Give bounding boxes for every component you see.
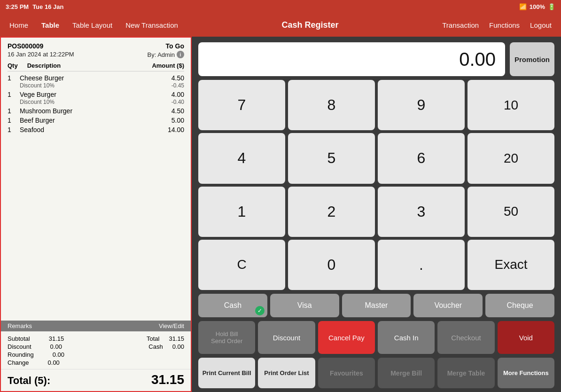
list-item: 1 Seafood 14.00: [8, 126, 184, 133]
list-item: 1 Cheese Burger 4.50 Discount 10% -0.45: [8, 74, 184, 89]
list-item: 1 Vege Burger 4.00 Discount 10% -0.40: [8, 91, 184, 105]
master-payment-button[interactable]: Master: [342, 294, 411, 317]
nav-logout[interactable]: Logout: [530, 21, 552, 29]
nav-functions[interactable]: Functions: [489, 21, 520, 29]
display-value: 0.00: [459, 49, 496, 70]
num-4-button[interactable]: 4: [198, 133, 285, 183]
num-2-button[interactable]: 2: [288, 187, 375, 237]
num-10-button[interactable]: 10: [468, 80, 554, 130]
discount-value: 0.00: [50, 343, 62, 350]
col-desc: Description: [27, 62, 152, 69]
receipt-by: By: Admin: [147, 51, 175, 58]
remarks-label: Remarks: [8, 322, 32, 329]
num-8-button[interactable]: 8: [288, 80, 375, 130]
receipt-date: 16 Jan 2024 at 12:22PM: [8, 51, 74, 58]
rounding-label: Rounding: [8, 351, 34, 358]
num-0-button[interactable]: 0: [288, 240, 375, 290]
nav-transaction[interactable]: Transaction: [442, 21, 479, 29]
exact-button[interactable]: Exact: [468, 240, 554, 290]
hold-bill-send-order-button[interactable]: Hold Bill Send Order: [198, 321, 255, 354]
grand-total-label: Total (5):: [8, 375, 50, 387]
nav-table-layout[interactable]: Table Layout: [72, 21, 112, 29]
visa-payment-button[interactable]: Visa: [270, 294, 339, 317]
num-3-button[interactable]: 3: [378, 187, 465, 237]
more-functions-button[interactable]: More Functions: [498, 358, 554, 388]
nav-home[interactable]: Home: [9, 21, 28, 29]
cash-selected-badge: ✓: [255, 306, 265, 315]
battery-icon: 🔋: [548, 3, 555, 10]
cheque-payment-button[interactable]: Cheque: [485, 294, 554, 317]
status-date: Tue 16 Jan: [32, 3, 63, 10]
main-content: POS000009 To Go 16 Jan 2024 at 12:22PM B…: [0, 37, 561, 392]
subtotal-value: 31.15: [49, 335, 64, 342]
col-amount: Amount ($): [152, 62, 184, 69]
change-value: 0.00: [48, 359, 60, 366]
nav-table[interactable]: Table: [41, 21, 59, 29]
list-item: 1 Mushroom Burger 4.50: [8, 107, 184, 115]
change-label: Change: [8, 359, 29, 366]
grand-total: Total (5): 31.15: [1, 369, 191, 391]
voucher-payment-button[interactable]: Voucher: [413, 294, 483, 317]
display-row: 0.00 Promotion: [198, 42, 554, 76]
num-5-button[interactable]: 5: [288, 133, 375, 183]
payment-methods-row: Cash ✓ Visa Master Voucher Cheque: [198, 294, 554, 317]
total-label: Total: [147, 335, 159, 342]
wifi-icon: 📶: [519, 3, 527, 10]
nav-new-transaction[interactable]: New Transaction: [125, 21, 178, 29]
actions-row: Hold Bill Send Order Discount Cancel Pay…: [198, 321, 554, 354]
favourites-button[interactable]: Favourites: [318, 358, 375, 388]
subtotal-label: Subtotal: [8, 335, 30, 342]
pos-id: POS000009: [8, 42, 43, 50]
num-50-button[interactable]: 50: [468, 187, 554, 237]
list-item: 1 Beef Burger 5.00: [8, 117, 184, 124]
receipt-column-header: Qty Description Amount ($): [8, 62, 184, 71]
nav-bar: Home Table Table Layout New Transaction …: [0, 13, 561, 37]
discount-label: Discount: [8, 343, 31, 350]
info-icon[interactable]: i: [177, 51, 184, 58]
amount-display: 0.00: [198, 42, 505, 76]
discount-button[interactable]: Discount: [258, 321, 315, 354]
col-qty: Qty: [8, 62, 18, 69]
keypad-panel: 0.00 Promotion 7 8 9 10 4 5 6 20 1 2 3 5…: [192, 37, 561, 392]
total-value: 31.15: [169, 335, 184, 342]
receipt-panel: POS000009 To Go 16 Jan 2024 at 12:22PM B…: [0, 37, 192, 392]
battery-label: 100%: [530, 3, 545, 10]
num-7-button[interactable]: 7: [198, 80, 285, 130]
num-6-button[interactable]: 6: [378, 133, 465, 183]
status-time: 3:25 PM: [6, 3, 29, 10]
bottom-row: Print Current Bill Print Order List Favo…: [198, 358, 554, 388]
decimal-button[interactable]: .: [378, 240, 465, 290]
merge-table-button[interactable]: Merge Table: [437, 358, 494, 388]
num-1-button[interactable]: 1: [198, 187, 285, 237]
checkout-button[interactable]: Checkout: [437, 321, 494, 354]
status-bar: 3:25 PM Tue 16 Jan 📶 100% 🔋: [0, 0, 561, 13]
cash-in-button[interactable]: Cash In: [378, 321, 435, 354]
receipt-footer-bar: Remarks View/Edit: [1, 321, 191, 331]
print-order-list-button[interactable]: Print Order List: [258, 358, 315, 388]
numpad: 7 8 9 10 4 5 6 20 1 2 3 50 C 0 . Exact: [198, 80, 554, 290]
num-9-button[interactable]: 9: [378, 80, 465, 130]
nav-title: Cash Register: [282, 20, 339, 30]
num-20-button[interactable]: 20: [468, 133, 554, 183]
receipt-type: To Go: [166, 42, 184, 50]
rounding-value: 0.00: [53, 351, 64, 358]
cash-payment-button[interactable]: Cash ✓: [198, 294, 267, 317]
merge-bill-button[interactable]: Merge Bill: [378, 358, 435, 388]
receipt-totals: Subtotal 31.15 Total 31.15 Discount 0.00…: [1, 331, 191, 369]
print-current-bill-button[interactable]: Print Current Bill: [198, 358, 255, 388]
void-button[interactable]: Void: [498, 321, 554, 354]
promotion-button[interactable]: Promotion: [510, 42, 554, 76]
grand-total-value: 31.15: [151, 372, 184, 387]
cancel-pay-button[interactable]: Cancel Pay: [318, 321, 375, 354]
receipt-body: POS000009 To Go 16 Jan 2024 at 12:22PM B…: [1, 38, 191, 321]
clear-button[interactable]: C: [198, 240, 285, 290]
view-edit-link[interactable]: View/Edit: [159, 322, 184, 329]
cash-label: Cash: [148, 343, 163, 350]
cash-value: 0.00: [172, 343, 184, 350]
